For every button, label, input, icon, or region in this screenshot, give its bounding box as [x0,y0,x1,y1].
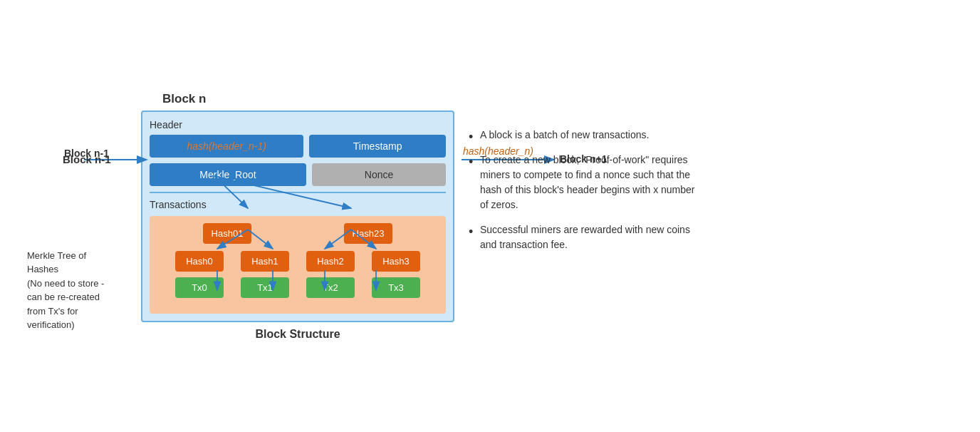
block-n1-label: Block n-1 [63,153,111,165]
block-n1-area: Block n-1 [63,153,111,165]
tx0-text: Tx0 [192,282,207,293]
block-n-label: Block n [162,92,454,106]
nonce-text: Nonce [365,169,393,180]
hash01-text: Hash01 [212,228,244,239]
tx1-box: Tx1 [241,277,289,298]
tx2-box: Tx2 [306,277,355,298]
hash2-box: Hash2 [306,251,355,272]
hash-level2-row: Hash01 Hash23 [157,223,439,244]
hash0-box: Hash0 [175,251,224,272]
hash-level1-row: Hash0 Hash1 Hash2 Hash3 [157,251,439,272]
tx2-text: Tx2 [323,282,338,293]
nonce-box: Nonce [312,163,446,186]
bullets-list: A block is a batch of new transactions. … [469,128,697,252]
main-container: Merkle Tree ofHashes(No need to store -c… [27,92,953,341]
hash-header-text: hash(header_n-1) [187,140,266,152]
hash01-box: Hash01 [203,223,251,244]
block-n-outer: Header hash(header_n-1) Timestamp Merkle… [141,110,454,322]
bullet-3: Successful miners are rewarded with new … [469,222,697,252]
hash23-box: Hash23 [344,223,392,244]
block-n-wrapper: Block n Header hash(header_n-1) Timestam… [141,92,454,341]
divider [150,192,446,193]
timestamp-box: Timestamp [309,135,446,158]
header-row1: hash(header_n-1) Timestamp [150,135,446,158]
transactions-inner: Hash01 Hash23 Hash0 Hash1 [150,216,446,314]
hash1-text: Hash1 [251,256,278,267]
header-row2: Merkle_Root Nonce [150,163,446,186]
merkle-root-box: Merkle_Root [150,163,306,186]
timestamp-text: Timestamp [353,140,402,152]
merkle-note-text: Merkle Tree ofHashes(No need to store -c… [27,250,104,331]
hash0-text: Hash0 [186,256,213,267]
merkle-note: Merkle Tree ofHashes(No need to store -c… [27,92,141,332]
hash2-text: Hash2 [317,256,344,267]
block-structure-label: Block Structure [141,328,454,341]
hash3-text: Hash3 [382,256,410,267]
header-label: Header [150,119,446,130]
right-info: A block is a batch of new transactions. … [454,92,697,262]
hash3-box: Hash3 [372,251,420,272]
hash1-box: Hash1 [241,251,289,272]
tx1-text: Tx1 [257,282,273,293]
hash23-text: Hash23 [353,228,385,239]
tx-row: Tx0 Tx1 Tx2 Tx3 [157,277,439,298]
tx3-text: Tx3 [388,282,404,293]
tx0-box: Tx0 [175,277,224,298]
merkle-root-text: Merkle_Root [199,169,256,180]
bullet-1: A block is a batch of new transactions. [469,128,697,143]
bullet-2: To create a new block, "Proof-of-work" r… [469,153,697,212]
hash-header-box: hash(header_n-1) [150,135,303,158]
transactions-label: Transactions [150,199,446,210]
tx3-box: Tx3 [372,277,420,298]
diagram-wrapper: Block n-1 Block n Header hash(header_n-1… [141,92,454,341]
